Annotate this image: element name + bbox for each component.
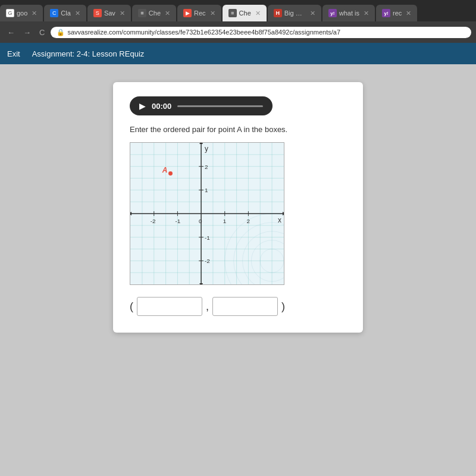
url-text: savvasrealize.com/community/classes/fe73… [67, 29, 340, 36]
forward-button[interactable]: → [21, 27, 33, 38]
comma-separator: , [206, 300, 209, 313]
tab-cla-label: Cla [61, 10, 71, 17]
tab-rec2[interactable]: y! rec ✕ [376, 5, 417, 21]
tab-che1-label: Che [149, 10, 161, 17]
tab-rec-label: Rec [194, 10, 206, 17]
svg-text:1: 1 [223, 218, 227, 224]
tab-biglist-label: Big List [284, 10, 306, 17]
lock-icon: 🔒 [57, 29, 65, 36]
address-bar: ← → C 🔒 savvasrealize.com/community/clas… [0, 21, 476, 43]
svg-text:-1: -1 [175, 218, 180, 224]
tab-cla-close[interactable]: ✕ [75, 10, 80, 17]
tab-biglist[interactable]: H Big List ✕ [268, 5, 321, 21]
graph-svg: x y -2 -1 0 1 2 [130, 143, 284, 284]
tab-goo[interactable]: G goo ✕ [0, 5, 43, 21]
tab-cla[interactable]: C Cla ✕ [44, 5, 86, 21]
svg-marker-28 [199, 283, 203, 284]
back-button[interactable]: ← [5, 27, 17, 38]
svg-text:0: 0 [199, 218, 202, 224]
audio-player[interactable]: ▶ 00:00 [130, 96, 273, 115]
svg-point-51 [243, 231, 284, 284]
tab-sav-label: Sav [104, 10, 115, 17]
tab-whatis[interactable]: y! what is ✕ [322, 5, 375, 21]
tab-che1[interactable]: ≡ Che ✕ [132, 5, 176, 21]
time-display: 00:00 [152, 102, 171, 111]
svg-marker-27 [199, 143, 203, 144]
play-button[interactable]: ▶ [139, 101, 146, 111]
point-a [168, 171, 173, 176]
tab-bar: G goo ✕ C Cla ✕ S Sav ✕ ≡ Che ✕ ▶ Rec ✕ [0, 0, 476, 21]
tab-che2-label: Che [239, 10, 251, 17]
x-coordinate-input[interactable] [137, 297, 202, 316]
tab-rec[interactable]: ▶ Rec ✕ [177, 5, 221, 21]
main-content: ▶ 00:00 Enter the ordered pair for point… [0, 64, 476, 476]
tab-rec-close[interactable]: ✕ [210, 10, 215, 17]
tab-che1-close[interactable]: ✕ [165, 10, 170, 17]
tab-whatis-close[interactable]: ✕ [364, 10, 369, 17]
svg-text:-1: -1 [205, 234, 210, 241]
url-bar[interactable]: 🔒 savvasrealize.com/community/classes/fe… [51, 27, 471, 38]
coordinate-graph: x y -2 -1 0 1 2 [130, 142, 284, 285]
y-coordinate-input[interactable] [212, 297, 278, 316]
tab-sav[interactable]: S Sav ✕ [87, 5, 131, 21]
close-paren: ) [281, 300, 285, 313]
tab-sav-close[interactable]: ✕ [120, 10, 125, 17]
reload-button[interactable]: C [37, 27, 47, 38]
tab-che2-close[interactable]: ✕ [255, 10, 261, 17]
svg-text:y: y [205, 145, 208, 153]
tab-rec2-close[interactable]: ✕ [406, 10, 411, 17]
tab-whatis-label: what is [339, 10, 359, 17]
tab-goo-label: goo [17, 10, 27, 17]
svg-text:2: 2 [205, 164, 208, 170]
answer-row: ( , ) [130, 297, 346, 316]
tab-che2-active[interactable]: ≡ Che ✕ [223, 5, 267, 21]
exit-button[interactable]: Exit [7, 49, 20, 58]
question-text: Enter the ordered pair for point A in th… [130, 125, 346, 134]
svg-text:-2: -2 [205, 258, 210, 264]
question-card: ▶ 00:00 Enter the ordered pair for point… [113, 82, 363, 333]
svg-text:1: 1 [205, 187, 208, 193]
assignment-label: Assignment: 2-4: Lesson REquiz [32, 49, 145, 58]
svg-text:-2: -2 [151, 218, 156, 224]
app-menu-bar: Exit Assignment: 2-4: Lesson REquiz [0, 43, 476, 64]
tab-rec2-label: rec [393, 10, 402, 17]
svg-text:A: A [162, 166, 168, 174]
open-paren: ( [130, 300, 133, 313]
svg-marker-26 [130, 212, 131, 215]
tab-biglist-close[interactable]: ✕ [310, 10, 315, 17]
tab-goo-close[interactable]: ✕ [32, 10, 37, 17]
progress-bar[interactable] [177, 105, 263, 107]
